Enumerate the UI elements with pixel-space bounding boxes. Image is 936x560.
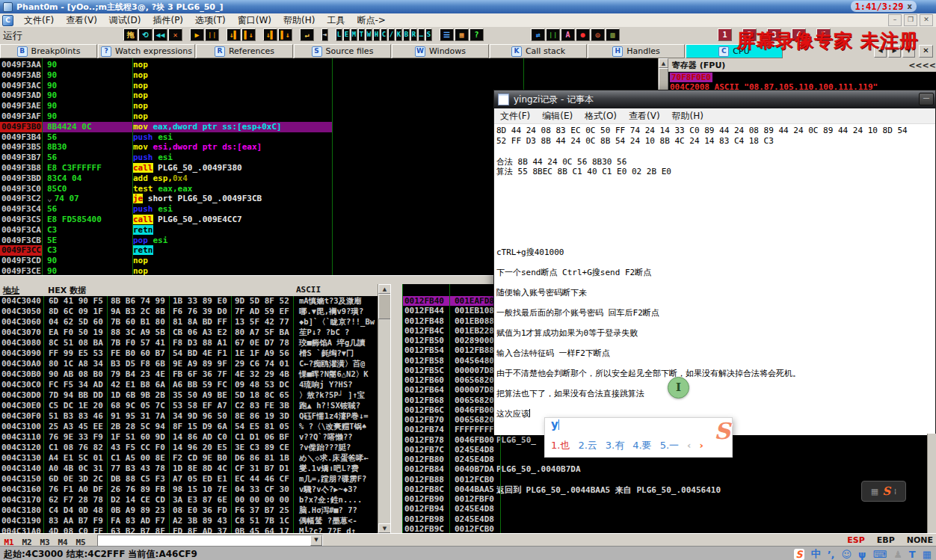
dump-scrollbar[interactable]: ▲ ▼ — [378, 284, 391, 533]
collapse-button[interactable]: < — [923, 61, 929, 70]
emoji-icon[interactable]: ☺ — [842, 549, 852, 560]
resume-all-button[interactable]: ❘❘ — [546, 28, 560, 41]
step-back-button[interactable]: ◀◀ — [153, 28, 167, 41]
view-breakpoints-button[interactable]: B — [403, 28, 410, 41]
dump-row[interactable]: 004C319083 AA B7 F9FA 83 AD F7A2 3B 89 4… — [0, 516, 378, 526]
dump-row[interactable]: 004C316076 F1 A0 DF26 76 89 FB98 15 10 7… — [0, 484, 378, 495]
soft-keyboard-icon[interactable]: ⌨ — [872, 549, 887, 560]
hex-dump-panel[interactable]: 004C30406D 41 90 F58B B6 74 991B 33 89 E… — [0, 296, 378, 533]
view-source-button[interactable]: S — [425, 28, 432, 41]
dump-header-ascii[interactable]: ASCII — [296, 285, 321, 295]
close-button[interactable]: ✕ — [920, 14, 933, 26]
dump-header-address[interactable]: 地址 — [3, 285, 19, 296]
ime-candidate[interactable]: 1.也 — [551, 436, 570, 455]
disasm-row[interactable]: 0049F3AA90nop — [0, 60, 658, 70]
restart-button[interactable]: ⟲ — [138, 28, 153, 41]
notepad-menu-item[interactable]: 帮助(H) — [666, 110, 709, 123]
collapse-button[interactable]: < — [929, 61, 936, 70]
menu-item[interactable]: 选项(T) — [189, 14, 232, 26]
login-icon[interactable]: ♟ — [893, 549, 902, 560]
right-scrollbar[interactable] — [927, 434, 936, 533]
run-button[interactable]: ▶ — [190, 28, 204, 41]
pause-button[interactable]: ❘❘ — [205, 28, 219, 41]
windows-list-button[interactable]: ☰ — [440, 28, 454, 41]
view-call-stack-button[interactable]: K — [395, 28, 402, 41]
menu-item[interactable]: 文件(F) — [18, 14, 60, 26]
scroll-up-icon[interactable]: ▲ — [659, 58, 668, 68]
menu-item[interactable]: 帮助(H) — [277, 14, 321, 26]
view-log-button[interactable]: L — [336, 28, 342, 41]
voice-input-icon[interactable]: ψ — [858, 549, 866, 560]
dump-row[interactable]: 004C30508D 6C 09 1F9A B3 2C 8BF6 76 39 D… — [0, 307, 378, 317]
dump-row[interactable]: 004C3090FF 99 E5 53FE B0 60 B754 BD 4E F… — [0, 348, 378, 359]
menu-item[interactable]: 工具 — [321, 14, 351, 26]
menu-item[interactable]: 调试(D) — [103, 14, 147, 26]
assemble-button[interactable]: A — [561, 28, 575, 41]
notepad-menu-item[interactable]: 文件(F) — [494, 110, 536, 123]
menu-item[interactable]: 窗口(W) — [232, 14, 277, 26]
next-page-icon[interactable]: › — [699, 436, 703, 455]
stack-row[interactable]: 0012FB880012FCB0 — [402, 475, 936, 484]
mdi-child-icon[interactable]: C — [2, 15, 13, 26]
notepad-menu-item[interactable]: 格式(O) — [579, 110, 623, 123]
ime-candidate[interactable]: 2.云 — [578, 436, 597, 455]
dump-row[interactable]: 004C3180C4 D4 0D 480B A9 89 2308 E0 36 F… — [0, 505, 378, 516]
close-process-button[interactable]: ✕ — [168, 28, 182, 41]
minimize-button[interactable]: – — [888, 14, 902, 26]
tab-windows[interactable]: WWindows — [392, 44, 489, 58]
dump-row[interactable]: 004C30C0FC F5 34 AD42 E1 B8 6AA6 BB 59 F… — [0, 380, 378, 390]
view-windows-button[interactable]: W — [366, 28, 372, 41]
notepad-menu-item[interactable]: 查看(V) — [623, 110, 666, 123]
collapse-button[interactable]: < — [908, 61, 915, 70]
notepad-minimize-button[interactable]: — — [919, 93, 934, 105]
view-patches-button[interactable]: / — [388, 28, 395, 41]
tab-source-files[interactable]: SSource files — [294, 44, 391, 58]
step-into-button[interactable]: ↓▌ — [227, 28, 241, 41]
step-over-button[interactable]: ▌↓ — [241, 28, 256, 41]
menu-item[interactable]: 断点-> — [351, 14, 391, 26]
dump-row[interactable]: 004C311076 9E 33 F91F 51 60 9D14 86 AD C… — [0, 432, 378, 443]
tab-close-icon[interactable]: ✕ — [919, 45, 933, 58]
notepad-text-area[interactable]: 8D 44 24 08 83 EC 0C 50 FF 74 24 14 33 C… — [494, 124, 935, 435]
help-button[interactable]: ? — [469, 28, 484, 41]
dump-row[interactable]: 004C30D07D 94 BB DD1D 6B 9B 2B35 50 A9 B… — [0, 390, 378, 401]
view-run-trace-button[interactable]: … — [418, 28, 425, 41]
scroll-thumb[interactable] — [378, 294, 391, 319]
sogou-logo-icon[interactable]: S — [794, 549, 804, 560]
tab-handles[interactable]: HHandles — [588, 44, 685, 58]
stack-row[interactable]: 0012FB940245E4D8 — [402, 504, 936, 514]
dump-row[interactable]: 004C31506D 0E 3D 2CDB 88 C5 F3A7 05 ED E… — [0, 474, 378, 484]
stack-row[interactable]: 0012FB8C0044BAA5返回到 PLG6_50_.0044BAA5 来自… — [402, 484, 936, 494]
ime-candidate[interactable]: 3.有 — [606, 436, 624, 455]
title-bar[interactable]: Phant0m - [yOo..;m主线程3@, ?块 3 PLG6_50_] … — [0, 0, 936, 13]
stack-row[interactable]: 0012FB9C0012FCB0 — [402, 524, 936, 533]
view-references-button[interactable]: R — [410, 28, 417, 41]
attach-button[interactable]: 拖 — [123, 28, 138, 41]
dump-header-hex[interactable]: HEX 数据 — [48, 285, 86, 296]
tab-breakp0ints[interactable]: BBreakp0ints — [0, 44, 97, 58]
restore-button[interactable]: ❐ — [904, 14, 917, 26]
strings-button[interactable]: ▥ — [606, 28, 620, 41]
target-button[interactable]: ◎ — [591, 28, 605, 41]
menu-item[interactable]: 插件(P) — [147, 14, 189, 26]
view-cpu-button[interactable]: C — [381, 28, 387, 41]
view-handles-button[interactable]: H — [373, 28, 380, 41]
dump-row[interactable]: 004C30F051 B3 83 4691 95 31 7A34 9D 96 5… — [0, 411, 378, 422]
dump-row[interactable]: 004C317062 F7 28 78D2 14 CE CD3A E3 87 6… — [0, 495, 378, 505]
menu-item[interactable]: 查看(V) — [60, 14, 103, 26]
toolbox-icon[interactable]: ▦ — [923, 549, 932, 560]
dump-row[interactable]: 004C30E0C5 DC 1E 2068 9C 05 7C53 58 EF A… — [0, 401, 378, 411]
recorder-timer[interactable]: 1:41/3:29 x — [851, 1, 917, 12]
tab-watch-expressions[interactable]: ?Watch expressions — [98, 44, 195, 58]
command-combobox[interactable]: ▼ — [97, 535, 323, 547]
tab-call-stack[interactable]: KCall stack — [490, 44, 587, 58]
collapse-button[interactable]: < — [915, 61, 922, 70]
dump-row[interactable]: 004C310025 A3 45 EE2B 28 5C 948F 15 D9 6… — [0, 422, 378, 432]
stack-row[interactable]: 0012FB840040B7DAPLG6_50_.0040B7DA — [402, 464, 936, 474]
recorder-close-icon[interactable]: x — [908, 2, 912, 10]
memory-map-button[interactable]: ▦ — [455, 28, 469, 41]
chinese-mode-icon[interactable]: 中 — [811, 547, 821, 560]
notepad-title-bar[interactable]: yingzi记录 - 记事本 — — [494, 90, 935, 108]
ime-candidate[interactable]: 5.一 — [660, 436, 679, 455]
previous-page-icon[interactable]: ‹ — [687, 436, 691, 455]
